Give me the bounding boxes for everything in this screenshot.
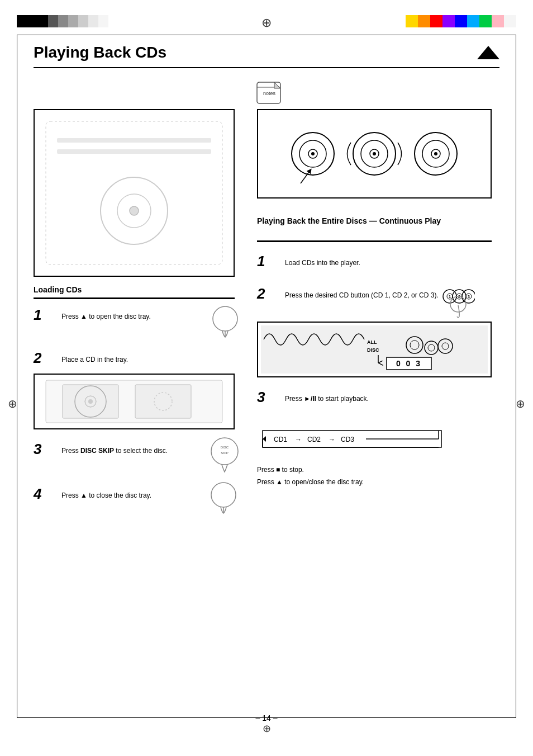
svg-text:DISC: DISC bbox=[367, 347, 379, 353]
loading-step-3-hand-icon: DISC SKIP bbox=[210, 436, 240, 478]
three-discs-illustration-box bbox=[257, 109, 492, 199]
color-strip-right bbox=[406, 15, 516, 27]
loading-step-1-hand-icon bbox=[211, 305, 239, 341]
svg-text:→: → bbox=[295, 436, 302, 443]
loading-step-1-text: Press ▲ to open the disc tray. bbox=[61, 312, 196, 322]
svg-text:CD3: CD3 bbox=[341, 436, 354, 443]
title-underline bbox=[34, 67, 499, 68]
svg-rect-5 bbox=[57, 138, 211, 143]
svg-text:CD2: CD2 bbox=[307, 436, 321, 443]
top-rule bbox=[17, 35, 516, 35]
svg-rect-29 bbox=[135, 385, 191, 418]
bottom-rule bbox=[17, 717, 516, 718]
svg-point-22 bbox=[213, 306, 237, 331]
cont-step-3-text: Press ►/II to start playback. bbox=[285, 394, 469, 404]
loading-step-2-num: 2 bbox=[34, 349, 41, 367]
continuous-play-title-underline bbox=[257, 240, 492, 242]
left-crosshair-icon: ⊕ bbox=[8, 397, 17, 410]
loading-step-4-num: 4 bbox=[34, 485, 41, 503]
svg-rect-6 bbox=[57, 149, 211, 154]
notes-icon: notes bbox=[254, 79, 285, 110]
svg-text:SKIP: SKIP bbox=[221, 451, 229, 455]
cont-step-1-text: Load CDs into the player. bbox=[285, 258, 469, 268]
loading-cds-header: Loading CDs bbox=[34, 285, 82, 294]
bottom-crosshair-icon: ⊕ bbox=[263, 722, 271, 735]
right-crosshair-icon: ⊕ bbox=[516, 397, 525, 410]
cont-step-2-text: Press the desired CD button (CD 1, CD 2,… bbox=[285, 291, 441, 300]
svg-marker-68 bbox=[263, 436, 266, 442]
left-margin-rule bbox=[17, 35, 17, 718]
svg-rect-4 bbox=[46, 121, 222, 264]
svg-text:DISC: DISC bbox=[221, 446, 229, 449]
svg-text:1: 1 bbox=[449, 295, 451, 299]
svg-point-28 bbox=[88, 399, 93, 404]
loading-step-4-hand-icon bbox=[210, 481, 237, 517]
svg-point-9 bbox=[130, 206, 139, 215]
top-crosshair-icon: ⊕ bbox=[261, 16, 272, 30]
svg-text:ALL: ALL bbox=[367, 339, 377, 345]
cd-player-illustration-box bbox=[34, 109, 235, 277]
eject-note: Press ▲ to open/close the disc tray. bbox=[257, 478, 364, 486]
svg-text:→: → bbox=[329, 436, 335, 443]
continuous-play-section-title: Playing Back the Entire Discs — Continuo… bbox=[257, 215, 492, 227]
svg-point-13 bbox=[311, 152, 315, 155]
svg-text:3: 3 bbox=[468, 295, 470, 299]
svg-text:notes: notes bbox=[263, 91, 276, 96]
cont-play-notes: Press ■ to stop. Press ▲ to open/close t… bbox=[257, 464, 492, 488]
loading-step-4-text: Press ▲ to close the disc tray. bbox=[61, 491, 196, 500]
loading-step-3-num: 3 bbox=[34, 441, 41, 458]
page-title: Playing Back CDs bbox=[34, 44, 166, 62]
bookmark-triangle-icon bbox=[477, 46, 499, 59]
loading-step-2-text: Place a CD in the tray. bbox=[61, 355, 196, 365]
stop-note: Press ■ to stop. bbox=[257, 466, 304, 474]
loading-step-1-num: 1 bbox=[34, 306, 41, 324]
cont-step-2-hand-icon: 1 2 3 bbox=[441, 285, 475, 324]
page-number: – 14 – bbox=[256, 714, 278, 722]
cont-play-flow-diagram: CD1 → CD2 → CD3 bbox=[257, 425, 492, 455]
svg-text:0 0 3: 0 0 3 bbox=[396, 359, 422, 368]
svg-point-21 bbox=[434, 152, 437, 155]
color-strip-left bbox=[17, 15, 108, 27]
svg-point-34 bbox=[211, 483, 236, 507]
loading-step-3-text: Press DISC SKIP to select the disc. bbox=[61, 446, 196, 456]
cont-step-3-num: 3 bbox=[257, 389, 265, 406]
cont-step-2-num: 2 bbox=[257, 285, 265, 303]
display-panel-illustration: ALL DISC 0 0 3 bbox=[257, 322, 492, 377]
cont-step-1-num: 1 bbox=[257, 253, 265, 270]
svg-marker-3 bbox=[274, 82, 280, 88]
cd-tray-illustration bbox=[34, 374, 235, 429]
right-margin-rule bbox=[516, 35, 516, 718]
svg-point-17 bbox=[373, 152, 376, 155]
svg-text:CD1: CD1 bbox=[274, 436, 287, 443]
loading-cds-underline bbox=[34, 297, 235, 299]
